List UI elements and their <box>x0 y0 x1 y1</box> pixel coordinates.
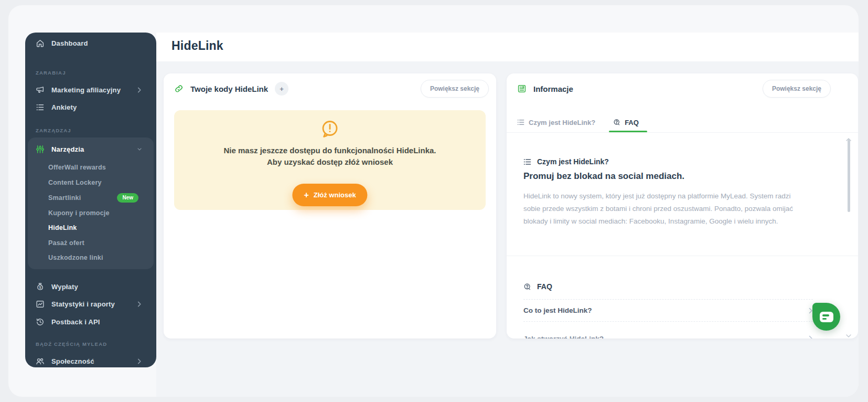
sidebar-item-ankiety[interactable]: Ankiety <box>36 101 149 113</box>
sidebar-item-dashboard[interactable]: Dashboard <box>36 37 149 49</box>
sidebar-section-zarabiaj: ZARABIAJ <box>36 70 66 76</box>
chevron-right-icon <box>137 87 142 93</box>
sidebar-section-badz-czescia: BĄDŹ CZĘŚCIĄ MYLEAD <box>36 341 107 347</box>
notice-line-2: Aby uzyskać dostęp złóż wniosek <box>174 156 486 168</box>
about-heading-label: Czym jest HideLink? <box>537 157 609 166</box>
sidebar-item-marketing[interactable]: Marketing afiliacyjny <box>36 84 149 96</box>
chevron-right-icon <box>809 335 813 338</box>
app-window: HideLink Dashboard ZARABIAJ Marketing af… <box>8 5 859 397</box>
faq-question: Co to jest HideLink? <box>523 306 592 314</box>
apply-button-label: Złóż wniosek <box>314 191 356 199</box>
sidebar-item-label: Statystyki i raporty <box>51 300 115 308</box>
faq-heading-label: FAQ <box>537 282 552 291</box>
about-paragraph: HideLink to nowy system, który jest już … <box>523 190 800 228</box>
svg-text:$: $ <box>39 285 41 289</box>
sidebar-subitem-kupony[interactable]: Kupony i promocje <box>48 207 146 219</box>
codes-card-title: Twoje kody HideLink <box>190 84 268 93</box>
tab-faq[interactable]: FAQ <box>611 112 641 132</box>
info-card-title: Informacje <box>533 84 573 93</box>
sidebar-item-label: Postback i API <box>51 318 100 326</box>
list-icon <box>36 103 45 112</box>
tab-label: FAQ <box>625 119 639 126</box>
tab-czym-jest-hidelink[interactable]: Czym jest HideLink? <box>515 112 597 132</box>
faq-heading: FAQ <box>523 281 552 292</box>
money-bag-icon: $ <box>36 282 45 291</box>
notice-text: Nie masz jeszcze dostępu do funkcjonalno… <box>174 145 486 168</box>
sidebar-item-label: Społeczność <box>51 357 94 365</box>
sidebar-item-label: Ankiety <box>51 103 77 111</box>
question-icon <box>613 119 620 126</box>
faq-item-2[interactable]: Jak stworzyć HideLink? <box>523 332 813 338</box>
sidebar-subitem-label: Smartlinki <box>48 194 81 202</box>
section-divider <box>507 256 858 256</box>
sidebar-subitem-offerwall[interactable]: OfferWall rewards <box>48 162 146 173</box>
new-badge: New <box>117 193 138 203</box>
link-icon <box>174 84 184 93</box>
list-icon <box>523 158 531 166</box>
sidebar-item-label: Wypłaty <box>51 283 78 291</box>
codes-card: Twoje kody HideLink + Powiększ sekcję Ni… <box>164 73 496 338</box>
sidebar-item-label: Marketing afiliacyjny <box>51 86 121 94</box>
sidebar-item-wyplaty[interactable]: $ Wypłaty <box>36 281 149 292</box>
sidebar-subitem-uszkodzone[interactable]: Uszkodzone linki <box>48 252 146 263</box>
users-icon <box>36 357 45 366</box>
sidebar-item-spolecznosc[interactable]: Społeczność <box>36 355 149 367</box>
sliders-icon <box>36 145 45 154</box>
chevron-right-icon <box>137 358 142 364</box>
scrollbar-down-icon[interactable] <box>845 331 852 335</box>
about-heading: Czym jest HideLink? <box>523 156 609 167</box>
sidebar-subitem-label: Content Lockery <box>48 179 102 186</box>
expand-section-button[interactable]: Powiększ sekcję <box>763 80 831 98</box>
sidebar-item-postback[interactable]: Postback i API <box>36 316 149 327</box>
tab-label: Czym jest HideLink? <box>529 119 595 126</box>
scrollbar-up-icon[interactable] <box>845 134 852 139</box>
plus-icon: + <box>304 191 308 199</box>
apply-button[interactable]: + Złóż wniosek <box>292 184 367 206</box>
add-code-button[interactable]: + <box>275 82 288 96</box>
info-tabs: Czym jest HideLink? FAQ <box>515 112 641 132</box>
sidebar-subitem-hidelink[interactable]: HideLink <box>48 222 146 234</box>
sidebar-item-narzedzia[interactable]: Narzędzia <box>36 143 149 155</box>
sidebar-item-statystyki[interactable]: Statystyki i raporty <box>36 298 149 310</box>
sidebar: Dashboard ZARABIAJ Marketing afiliacyjny… <box>25 33 156 367</box>
scrollbar-thumb[interactable] <box>848 140 850 212</box>
sidebar-section-zarzadzaj: ZARZĄDZAJ <box>36 128 71 133</box>
chat-bubble-icon <box>820 312 833 322</box>
sidebar-subitem-smartlinki[interactable]: Smartlinki New <box>48 192 146 204</box>
page-title: HideLink <box>172 39 223 53</box>
sidebar-item-label: Dashboard <box>51 39 88 47</box>
home-icon <box>36 39 45 48</box>
screen: HideLink Dashboard ZARABIAJ Marketing af… <box>0 0 868 402</box>
sidebar-subitem-label: Pasaż ofert <box>48 239 84 247</box>
list-icon <box>517 119 524 126</box>
megaphone-icon <box>36 86 45 94</box>
sidebar-subitem-label-active: HideLink <box>48 224 77 231</box>
tabs-divider <box>507 132 858 133</box>
sidebar-subitem-label: Uszkodzone linki <box>48 254 103 261</box>
chat-widget-button[interactable] <box>812 303 840 331</box>
chevron-down-icon <box>137 146 142 152</box>
sidebar-subitem-label: Kupony i promocje <box>48 209 110 217</box>
faq-question: Jak stworzyć HideLink? <box>523 335 604 339</box>
newspaper-icon <box>517 84 527 93</box>
history-clock-icon <box>36 318 45 326</box>
faq-item-1[interactable]: Co to jest HideLink? <box>523 299 813 322</box>
sidebar-item-label: Narzędzia <box>51 145 84 153</box>
page-header <box>156 33 859 61</box>
sidebar-subitem-pasaz[interactable]: Pasaż ofert <box>48 237 146 249</box>
sidebar-subitem-content-lockery[interactable]: Content Lockery <box>48 177 146 188</box>
question-icon <box>523 283 531 291</box>
about-title: Promuj bez blokad na social mediach. <box>523 171 684 182</box>
warning-bubble-icon <box>319 119 340 142</box>
notice-line-1: Nie masz jeszcze dostępu do funkcjonalno… <box>174 145 486 156</box>
access-notice: Nie masz jeszcze dostępu do funkcjonalno… <box>174 110 486 210</box>
sidebar-subitem-label: OfferWall rewards <box>48 164 106 171</box>
chart-icon <box>36 300 45 309</box>
chevron-right-icon <box>137 301 142 307</box>
expand-section-button[interactable]: Powiększ sekcję <box>421 80 489 98</box>
info-card: Informacje Powiększ sekcję Czym jest Hid… <box>507 73 858 338</box>
